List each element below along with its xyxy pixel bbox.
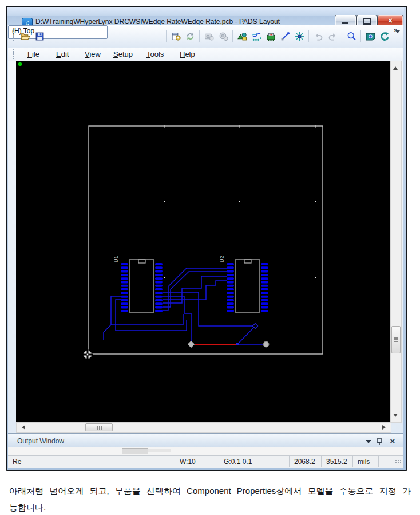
view-extents-button[interactable] [363,29,378,44]
output-scroll-thumb[interactable] [122,448,148,454]
pad [155,306,163,309]
pad [121,299,128,301]
redraw-button[interactable] [378,29,393,44]
trace[interactable] [163,268,227,310]
caption-line-2: 능합니다. [9,499,411,515]
pad [227,274,234,276]
component-body [129,260,154,312]
pad [155,270,163,273]
bga-toolbar-button[interactable] [292,29,307,44]
trace-node [236,343,239,345]
close-icon: × [390,436,395,446]
toolbar-separator [308,30,309,42]
pad [155,302,163,305]
pad [227,281,234,284]
menu-file[interactable]: File [25,49,42,59]
trace[interactable] [163,276,227,303]
toolbar-separator [232,30,233,42]
resize-grip-icon[interactable] [395,459,401,465]
status-bar: ReW:10G:0.1 0.12068.23515.2mils [8,455,403,468]
pad [227,299,234,301]
pad [261,299,268,301]
pad [261,274,268,276]
menu-setup[interactable]: Setup [111,49,135,59]
drafting-toolbar-button[interactable] [235,29,250,44]
zoom-button[interactable] [344,29,359,44]
pad [227,263,234,265]
trace[interactable] [104,325,111,340]
pin1-notch [138,260,145,263]
output-window-scroll-strip[interactable] [8,447,403,455]
layer-combobox-value: (H) Top [12,27,34,35]
design-toolbar-button[interactable] [264,29,279,44]
output-window-menu-button[interactable] [364,437,373,446]
menu-help[interactable]: Help [177,49,197,59]
scroll-right-icon[interactable] [382,425,388,430]
pad [261,263,268,265]
menu-view[interactable]: View [82,49,103,59]
output-window-close-button[interactable]: × [388,437,397,446]
refresh-button[interactable] [183,29,198,44]
menubar-grip[interactable] [13,49,14,59]
via[interactable] [188,341,195,348]
via[interactable] [263,341,269,347]
pad [227,270,234,273]
grid-dot [315,277,316,278]
pad [227,266,234,269]
pad [121,306,128,309]
status-width: W:10 [175,456,219,467]
output-window-header[interactable]: Output Window × [8,433,403,448]
pad [155,299,163,301]
pad [227,288,234,290]
pad [261,306,268,309]
pad [227,302,234,305]
pcb-drawing: U1U2 [16,61,390,422]
pad [155,288,163,290]
horizontal-scrollbar[interactable] [16,422,391,433]
thumb-grip-icon [97,426,98,430]
pad [121,296,128,298]
menu-tools[interactable]: Tools [144,49,166,59]
component-u1[interactable]: U1 [113,255,163,312]
undo-button [311,29,326,44]
toolbar-overflow-chevron[interactable]: » [394,26,398,34]
horizontal-scroll-thumb[interactable] [85,423,113,431]
component-u2[interactable]: U2 [219,255,268,312]
trace[interactable] [237,326,255,344]
component-body [235,260,260,312]
title-bar[interactable]: ♫ D:₩Training₩HyperLynx DRC₩SI₩Edge Rate… [7,7,404,25]
scroll-up-icon[interactable] [393,64,398,70]
save-button[interactable] [33,29,47,44]
vertical-scroll-thumb[interactable] [391,326,401,353]
vertical-scrollbar[interactable] [390,61,402,423]
pad [155,277,163,280]
output-window-pin-button[interactable] [375,437,385,446]
trace[interactable] [163,272,227,307]
origin-marker [82,349,93,360]
pad [261,285,268,287]
eco-options-button [216,29,231,44]
output-window-title: Output Window [17,437,64,445]
pad [261,281,268,284]
minimize-icon [342,22,348,24]
pad [227,310,234,312]
dimensioning-toolbar-button[interactable] [278,29,293,44]
menu-edit[interactable]: Edit [54,49,71,59]
pad [155,292,163,294]
pad [261,292,268,294]
pad [121,288,128,290]
grid-dot [239,201,240,202]
design-canvas[interactable]: U1U2 [16,61,390,422]
scroll-down-icon[interactable] [393,414,398,419]
routing-toolbar-button[interactable] [249,29,264,44]
trace[interactable] [163,281,227,300]
properties-button[interactable] [169,29,184,44]
thumb-grip-icon [394,337,398,339]
pad [227,296,234,298]
status-spare [133,456,175,467]
main-toolbar: (H) Top » [8,25,403,48]
pad [155,263,163,265]
scroll-left-icon[interactable] [19,425,25,430]
grid-dot [164,277,165,278]
board-outline[interactable] [89,126,323,354]
